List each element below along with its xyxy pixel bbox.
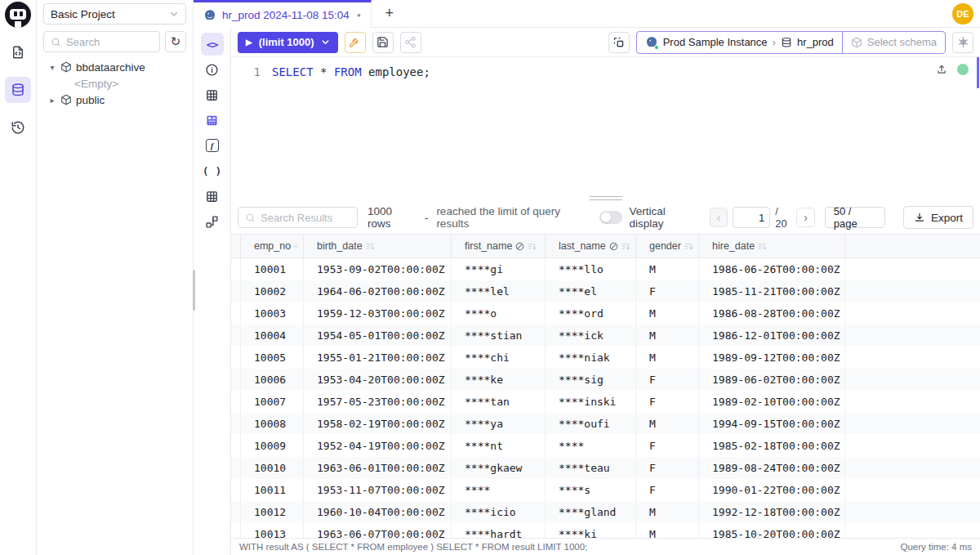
- column-header-birth_date[interactable]: birth_date: [304, 235, 452, 257]
- worksheet-icon[interactable]: [5, 39, 31, 65]
- results-search-input[interactable]: Search Results: [238, 207, 358, 228]
- tables-panel-icon[interactable]: [201, 83, 224, 106]
- table-cell-hire_date[interactable]: 1990-01-22T00:00:00Z: [699, 479, 845, 501]
- table-cell-birth_date[interactable]: 1963-06-01T00:00:00Z: [304, 457, 452, 479]
- table-cell-emp_no[interactable]: 10012: [241, 501, 304, 523]
- table-cell-last_name[interactable]: ****gland: [546, 501, 636, 523]
- table-cell-hire_date[interactable]: 1989-02-10T00:00:00Z: [699, 391, 845, 413]
- sort-icon[interactable]: [621, 242, 630, 251]
- tree-item-public[interactable]: ▸ public: [37, 92, 193, 108]
- table-cell-birth_date[interactable]: 1953-11-07T00:00:00Z: [304, 479, 452, 501]
- project-select[interactable]: Basic Project: [43, 3, 186, 25]
- table-cell-emp_no[interactable]: 10009: [241, 435, 304, 457]
- table-cell-first_name[interactable]: ****o: [452, 302, 546, 324]
- table-cell-last_name[interactable]: ****: [546, 435, 636, 457]
- sheet-panel-icon[interactable]: [201, 109, 224, 132]
- table-cell-last_name[interactable]: ****oufi: [546, 413, 636, 435]
- table-cell-first_name[interactable]: ****icio: [452, 501, 546, 523]
- table-cell-gender[interactable]: F: [636, 391, 699, 413]
- table-cell-birth_date[interactable]: 1959-12-03T00:00:00Z: [304, 302, 452, 324]
- caret-right-icon[interactable]: ▸: [48, 96, 56, 105]
- table-cell-first_name[interactable]: ****gi: [452, 258, 546, 280]
- instance-database-selector[interactable]: Prod Sample Instance › hr_prod: [637, 32, 842, 53]
- upload-sql-icon[interactable]: [936, 64, 947, 78]
- drag-handle-icon[interactable]: [590, 196, 622, 200]
- table-cell-birth_date[interactable]: 1960-10-04T00:00:00Z: [304, 501, 452, 523]
- table-cell-first_name[interactable]: ****nt: [452, 435, 546, 457]
- sidebar-search-input[interactable]: Search: [43, 31, 160, 52]
- column-header-emp_no[interactable]: emp_no: [241, 235, 304, 257]
- sql-editor[interactable]: 1 SELECT * FROM employee;: [231, 57, 980, 195]
- table-cell-first_name[interactable]: ****ya: [452, 413, 546, 435]
- table-cell-emp_no[interactable]: 10006: [241, 369, 304, 391]
- database-panel-icon[interactable]: [5, 77, 31, 103]
- table-cell-last_name[interactable]: ****el: [546, 280, 636, 302]
- run-query-button[interactable]: ▶ (limit 1000): [238, 32, 338, 53]
- table-cell-hire_date[interactable]: 1989-09-12T00:00:00Z: [699, 347, 845, 369]
- table-cell-last_name[interactable]: ****inski: [546, 391, 636, 413]
- table-cell-birth_date[interactable]: 1954-05-01T00:00:00Z: [304, 324, 452, 347]
- tab-hr-prod[interactable]: hr_prod 2024-11-08 15:04 ●: [194, 0, 372, 28]
- history-icon[interactable]: [5, 114, 31, 141]
- save-button[interactable]: [372, 32, 394, 53]
- table-cell-last_name[interactable]: ****niak: [546, 347, 636, 369]
- external-table-panel-icon[interactable]: [201, 185, 224, 208]
- table-cell-emp_no[interactable]: 10001: [241, 258, 304, 280]
- table-cell-hire_date[interactable]: 1989-08-24T00:00:00Z: [699, 457, 845, 479]
- column-header-gender[interactable]: gender: [636, 235, 699, 257]
- table-cell-gender[interactable]: F: [636, 479, 699, 501]
- table-cell-hire_date[interactable]: 1986-08-28T00:00:00Z: [699, 302, 845, 324]
- table-cell-gender[interactable]: M: [636, 501, 699, 523]
- table-cell-gender[interactable]: F: [636, 280, 699, 302]
- table-cell-last_name[interactable]: ****ki: [546, 523, 636, 538]
- new-tab-button[interactable]: +: [372, 0, 408, 27]
- table-cell-emp_no[interactable]: 10005: [241, 347, 304, 369]
- table-cell-emp_no[interactable]: 10004: [241, 324, 304, 347]
- column-header-last_name[interactable]: last_name: [546, 235, 636, 257]
- table-cell-first_name[interactable]: ****tan: [452, 391, 546, 413]
- brackets-panel-icon[interactable]: ( ): [201, 159, 224, 182]
- table-cell-first_name[interactable]: ****lel: [452, 280, 546, 302]
- refresh-button[interactable]: ↻: [165, 31, 186, 52]
- table-cell-first_name[interactable]: ****gkaew: [452, 457, 546, 479]
- table-cell-gender[interactable]: M: [636, 302, 699, 324]
- page-number-input[interactable]: [733, 207, 770, 228]
- table-cell-birth_date[interactable]: 1952-04-19T00:00:00Z: [304, 435, 452, 457]
- table-cell-first_name[interactable]: ****ke: [452, 369, 546, 391]
- table-cell-gender[interactable]: F: [636, 435, 699, 457]
- vertical-display-toggle[interactable]: [599, 211, 623, 224]
- table-cell-hire_date[interactable]: 1985-02-18T00:00:00Z: [699, 435, 845, 457]
- table-cell-first_name[interactable]: ****chi: [452, 347, 546, 369]
- panel-divider[interactable]: [231, 195, 980, 201]
- table-cell-emp_no[interactable]: 10008: [241, 413, 304, 435]
- page-size-select[interactable]: 50 / page: [825, 207, 885, 228]
- sort-icon[interactable]: [294, 242, 298, 251]
- table-cell-birth_date[interactable]: 1953-04-20T00:00:00Z: [304, 369, 452, 391]
- table-cell-emp_no[interactable]: 10002: [241, 280, 304, 302]
- sort-icon[interactable]: [758, 242, 767, 251]
- table-cell-hire_date[interactable]: 1989-06-02T00:00:00Z: [699, 369, 845, 391]
- sort-icon[interactable]: [528, 242, 537, 251]
- table-cell-gender[interactable]: F: [636, 369, 699, 391]
- table-cell-first_name[interactable]: ****stian: [452, 324, 546, 347]
- sql-code-panel-icon[interactable]: <>: [201, 33, 224, 56]
- table-cell-last_name[interactable]: ****ord: [546, 302, 636, 324]
- table-cell-last_name[interactable]: ****ick: [546, 324, 636, 347]
- table-cell-birth_date[interactable]: 1958-02-19T00:00:00Z: [304, 413, 452, 435]
- table-cell-last_name[interactable]: ****teau: [546, 457, 636, 479]
- chevron-down-icon[interactable]: [321, 38, 330, 47]
- table-cell-last_name[interactable]: ****llo: [546, 258, 636, 280]
- bytebase-logo-icon[interactable]: [5, 2, 31, 28]
- table-cell-emp_no[interactable]: 10013: [241, 523, 304, 538]
- tree-item-bbdataarchive[interactable]: ▾ bbdataarchive: [37, 59, 193, 75]
- function-panel-icon[interactable]: f: [201, 134, 224, 157]
- table-cell-hire_date[interactable]: 1986-12-01T00:00:00Z: [699, 324, 845, 347]
- table-cell-hire_date[interactable]: 1986-06-26T00:00:00Z: [699, 258, 845, 280]
- column-header-hire_date[interactable]: hire_date: [699, 235, 845, 257]
- table-cell-last_name[interactable]: ****s: [546, 479, 636, 501]
- next-page-button[interactable]: ›: [796, 208, 814, 227]
- table-cell-gender[interactable]: M: [636, 347, 699, 369]
- table-cell-emp_no[interactable]: 10010: [241, 457, 304, 479]
- schema-diagram-icon[interactable]: [201, 210, 224, 233]
- avatar[interactable]: DE: [952, 3, 973, 25]
